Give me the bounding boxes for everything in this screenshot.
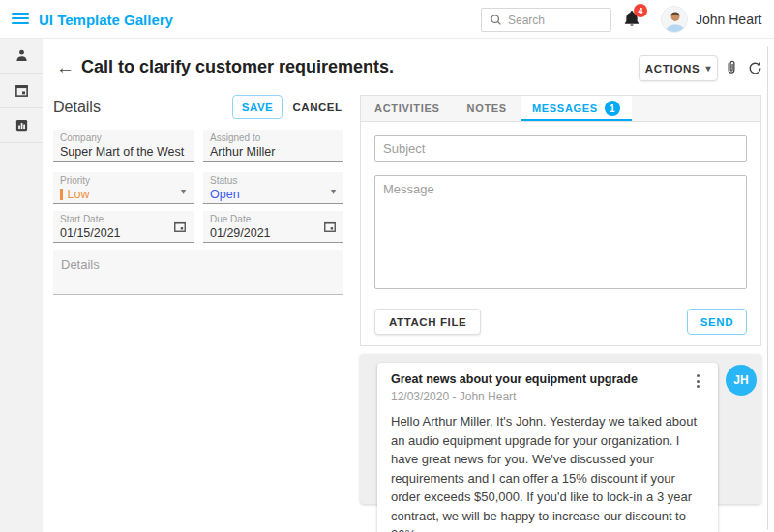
actions-button-label: ACTIONS (645, 63, 700, 74)
user-avatar (661, 6, 688, 33)
back-button[interactable]: ← (56, 56, 74, 79)
user-menu[interactable]: John Heart (661, 6, 761, 33)
sidebar-item-analytics[interactable] (0, 108, 43, 143)
calendar-icon (15, 83, 29, 98)
content-right-border (767, 46, 768, 530)
tab-activities[interactable]: ACTIVITIES (361, 96, 454, 121)
sidebar-item-planning[interactable] (0, 74, 43, 108)
messages-count-badge: 1 (605, 101, 620, 116)
company-value: Super Mart of the West (60, 144, 187, 160)
header-search[interactable] (481, 8, 611, 32)
user-name: John Heart (696, 12, 761, 27)
notification-badge: 4 (634, 4, 647, 17)
menu-hamburger-icon[interactable] (12, 13, 29, 25)
messages-tab-content: ATTACH FILE SEND (361, 122, 760, 348)
start-date-label: Start Date (60, 214, 187, 225)
tab-messages-label: MESSAGES (532, 103, 598, 114)
message-body: Hello Arthur Miller, It's John. Yesterda… (391, 412, 704, 532)
tab-messages[interactable]: MESSAGES 1 (521, 96, 632, 121)
message-author-avatar: JH (726, 365, 757, 396)
page-title: Call to clarify customer requirements. (81, 57, 394, 77)
attach-file-button[interactable]: ATTACH FILE (374, 309, 481, 335)
status-value: Open (210, 187, 337, 202)
save-button[interactable]: SAVE (232, 95, 283, 119)
tab-notes[interactable]: NOTES (454, 96, 521, 121)
refresh-button[interactable] (744, 57, 765, 78)
search-input[interactable] (508, 14, 603, 27)
actions-button[interactable]: ACTIONS ▾ (639, 55, 718, 81)
status-label: Status (210, 175, 337, 187)
details-panel: Details SAVE CANCEL Company Super Mart o… (53, 95, 343, 303)
priority-select[interactable]: Priority Low ▾ (53, 172, 194, 204)
due-date-field[interactable]: Due Date 01/29/2021 (203, 211, 343, 243)
left-sidebar (0, 39, 43, 532)
due-date-label: Due Date (210, 214, 337, 225)
person-icon (15, 48, 29, 63)
calendar-icon[interactable] (173, 220, 187, 233)
details-title: Details (53, 99, 101, 116)
priority-label: Priority (60, 175, 187, 187)
subject-input[interactable] (374, 135, 747, 162)
sidebar-item-contacts[interactable] (0, 39, 43, 74)
search-icon (490, 14, 502, 26)
paperclip-icon (723, 58, 740, 77)
bar-chart-icon (15, 118, 29, 133)
message-card: Great news about your equipment upgrade … (377, 363, 718, 532)
cancel-button[interactable]: CANCEL (288, 95, 346, 119)
assigned-to-field[interactable]: Assigned to Arthur Miller (203, 130, 343, 162)
details-panel-header: Details SAVE CANCEL (53, 95, 343, 121)
top-header-bar: UI Template Gallery 4 John Heart (0, 0, 774, 39)
assigned-to-label: Assigned to (210, 133, 337, 144)
company-field[interactable]: Company Super Mart of the West (53, 130, 194, 162)
chevron-down-icon: ▾ (331, 186, 336, 196)
start-date-value: 01/15/2021 (60, 225, 187, 241)
refresh-icon (747, 60, 763, 76)
message-options-kebab-icon[interactable] (691, 372, 704, 388)
status-select[interactable]: Status Open ▾ (203, 172, 343, 204)
chevron-down-icon: ▾ (181, 186, 186, 196)
start-date-field[interactable]: Start Date 01/15/2021 (53, 211, 194, 243)
priority-color-bar (60, 189, 63, 200)
attach-toolbar-button[interactable] (721, 57, 742, 78)
message-meta: 12/03/2020 - John Heart (391, 390, 704, 403)
send-button[interactable]: SEND (687, 309, 747, 335)
due-date-value: 01/29/2021 (210, 225, 337, 241)
app-window: UI Template Gallery 4 John Heart (0, 0, 774, 532)
notifications-button[interactable]: 4 (622, 8, 647, 33)
app-title: UI Template Gallery (39, 12, 173, 28)
calendar-icon[interactable] (323, 220, 337, 233)
messages-list: Great news about your equipment upgrade … (360, 354, 761, 504)
right-tab-panel: ACTIVITIES NOTES MESSAGES 1 ATTACH FILE … (360, 95, 761, 346)
priority-value: Low (68, 187, 90, 202)
details-textarea[interactable]: Details (53, 250, 343, 295)
chevron-down-icon: ▾ (705, 63, 711, 74)
message-title: Great news about your equipment upgrade (391, 372, 638, 386)
tab-strip: ACTIVITIES NOTES MESSAGES 1 (361, 96, 760, 122)
message-textarea[interactable] (374, 175, 747, 289)
assigned-to-value: Arthur Miller (210, 144, 337, 160)
company-label: Company (60, 133, 187, 144)
